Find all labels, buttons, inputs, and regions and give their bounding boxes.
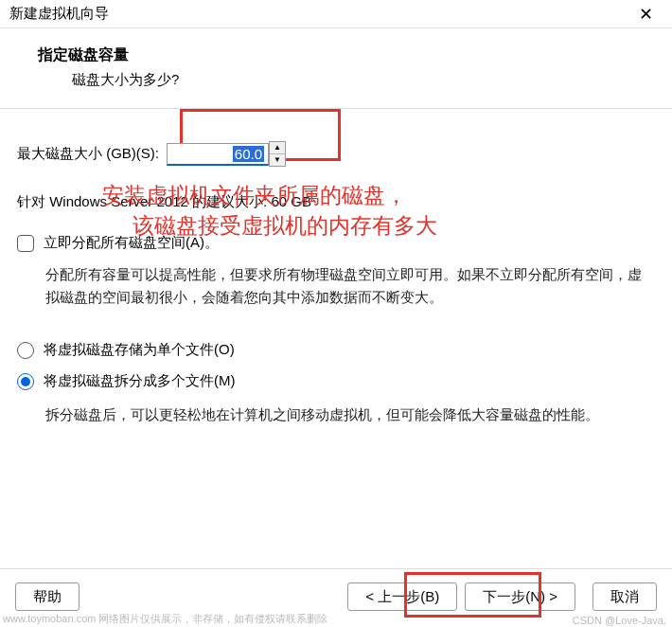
recommended-size-text: 针对 Windows Server 2012 的建议大小: 60 GB (17, 193, 655, 211)
content-area: 最大磁盘大小 (GB)(S): 60.0 ▲ ▼ 针对 Windows Serv… (0, 109, 672, 426)
radio-single-label: 将虚拟磁盘存储为单个文件(O) (44, 341, 235, 359)
allocate-description: 分配所有容量可以提高性能，但要求所有物理磁盘空间立即可用。如果不立即分配所有空间… (17, 263, 655, 309)
radio-split-files[interactable]: 将虚拟磁盘拆分成多个文件(M) (17, 372, 655, 390)
disk-size-input[interactable]: 60.0 (167, 143, 269, 166)
watermark-right: CSDN @Love-Java. (573, 615, 666, 626)
radio-icon[interactable] (17, 342, 34, 359)
max-disk-label: 最大磁盘大小 (GB)(S): (17, 145, 159, 163)
allocate-now-checkbox[interactable] (17, 235, 34, 252)
allocate-now-row[interactable]: 立即分配所有磁盘空间(A)。 (17, 234, 655, 252)
allocate-now-label: 立即分配所有磁盘空间(A)。 (44, 234, 219, 252)
page-subtitle: 磁盘大小为多少? (38, 65, 634, 89)
radio-icon[interactable] (17, 373, 34, 390)
wizard-header: 指定磁盘容量 磁盘大小为多少? (0, 28, 672, 108)
split-description: 拆分磁盘后，可以更轻松地在计算机之间移动虚拟机，但可能会降低大容量磁盘的性能。 (17, 403, 655, 426)
help-button[interactable]: 帮助 (15, 582, 80, 611)
next-button[interactable]: 下一步(N) > (465, 582, 575, 611)
wizard-footer: 帮助 < 上一步(B) 下一步(N) > 取消 (0, 568, 672, 611)
max-disk-row: 最大磁盘大小 (GB)(S): 60.0 ▲ ▼ (17, 141, 655, 167)
titlebar: 新建虚拟机向导 ✕ (0, 0, 672, 28)
spin-down-icon[interactable]: ▼ (270, 154, 285, 166)
spin-up-icon[interactable]: ▲ (270, 142, 285, 154)
close-icon[interactable]: ✕ (627, 4, 664, 25)
page-title: 指定磁盘容量 (38, 45, 634, 65)
cancel-button[interactable]: 取消 (592, 582, 657, 611)
back-button[interactable]: < 上一步(B) (347, 582, 457, 611)
window-title: 新建虚拟机向导 (9, 5, 109, 23)
spinner-buttons: ▲ ▼ (269, 141, 286, 167)
radio-split-label: 将虚拟磁盘拆分成多个文件(M) (44, 372, 236, 390)
radio-single-file[interactable]: 将虚拟磁盘存储为单个文件(O) (17, 341, 655, 359)
disk-size-spinner[interactable]: 60.0 ▲ ▼ (167, 141, 286, 167)
storage-radio-group: 将虚拟磁盘存储为单个文件(O) 将虚拟磁盘拆分成多个文件(M) 拆分磁盘后，可以… (17, 341, 655, 426)
watermark-left: www.toymoban.com 网络图片仅供展示，非存储，如有侵权请联系删除 (3, 612, 327, 626)
